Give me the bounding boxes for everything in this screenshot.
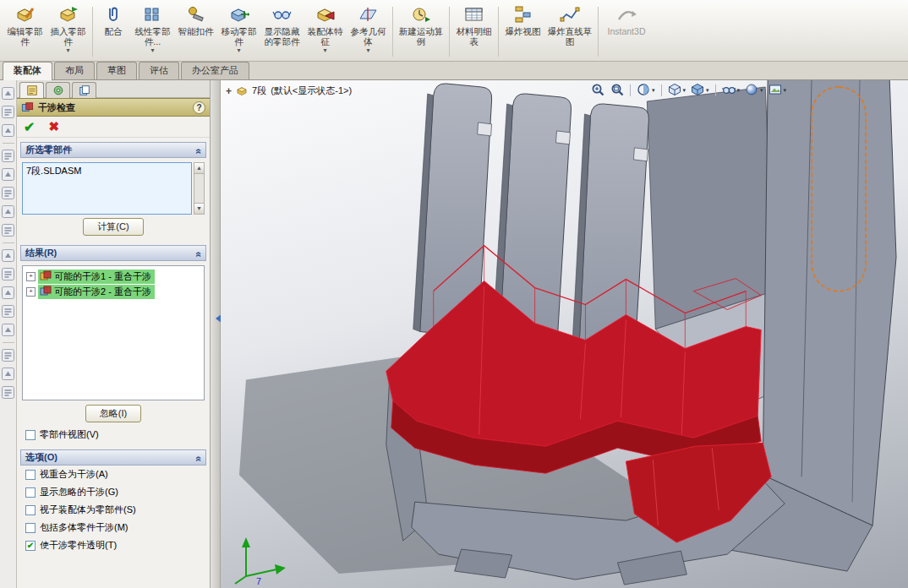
- section-view-button[interactable]: ▾: [636, 82, 656, 98]
- left-toolbar: [0, 80, 17, 588]
- dropdown-arrow-icon: ▾: [737, 87, 741, 94]
- manager-pane-tabs: [17, 80, 210, 98]
- treat-coincidence-as-interference-checkbox[interactable]: 视重合为干涉(A): [20, 466, 206, 483]
- hide-show-items-button[interactable]: ▾: [721, 82, 741, 98]
- selected-component-item[interactable]: 7段.SLDASM: [26, 165, 188, 177]
- left-tool-icon-14[interactable]: [2, 349, 14, 362]
- display-style-button[interactable]: ▾: [690, 82, 710, 98]
- scene-button[interactable]: ▾: [768, 82, 788, 98]
- toolbar-button-insert-components[interactable]: 插入零部件 ▾: [46, 3, 90, 61]
- selected-components-header[interactable]: 所选零部件 «: [20, 142, 206, 158]
- left-tool-icon-12[interactable]: [2, 305, 14, 318]
- left-tool-icon-6[interactable]: [2, 187, 14, 199]
- toolbar-button-linear-component-pattern[interactable]: 线性零部件... ▾: [131, 3, 174, 61]
- left-tool-icon-9[interactable]: [2, 249, 14, 262]
- toolbar-button-label: 移动零部件: [218, 26, 260, 46]
- zoom-fit-button[interactable]: [589, 82, 605, 98]
- toolbar-button-move-component[interactable]: 移动零部件 ▾: [217, 3, 260, 61]
- panel-splitter[interactable]: [211, 80, 221, 588]
- scroll-up-icon[interactable]: ▲: [194, 163, 204, 174]
- toolbar-button-assembly-features[interactable]: 装配体特征 ▾: [304, 3, 347, 61]
- tab-sketch[interactable]: 草图: [96, 62, 137, 79]
- tab-featuremanager-tree[interactable]: [46, 82, 70, 98]
- left-tool-icon-13[interactable]: [2, 324, 14, 336]
- left-tool-icon-8[interactable]: [2, 224, 14, 237]
- toolbar-button-label: 线性零部件...: [132, 26, 173, 46]
- result-row[interactable]: + 可能的干涉2 - 重合干涉: [25, 284, 202, 299]
- result-label: 可能的干涉2 - 重合干涉: [54, 286, 151, 298]
- tab-assembly[interactable]: 装配体: [3, 62, 52, 80]
- section-header-label: 结果(R): [25, 247, 57, 259]
- toolbar-button-instant3d[interactable]: Instant3D: [601, 3, 652, 61]
- propertymanager-actions: ✔ ✖: [17, 117, 210, 138]
- expand-icon[interactable]: +: [26, 272, 36, 281]
- view-orientation-button[interactable]: ▾: [667, 82, 687, 98]
- tab-propertymanager[interactable]: [19, 82, 44, 98]
- toolbar-button-label: 显示隐藏的零部件: [261, 26, 303, 46]
- results-header[interactable]: 结果(R) «: [20, 245, 206, 261]
- selected-components-listbox[interactable]: 7段.SLDASM: [22, 162, 192, 215]
- appearances-button[interactable]: ▾: [744, 82, 764, 98]
- ok-icon[interactable]: ✔: [24, 119, 35, 135]
- hud-separator: [661, 84, 662, 96]
- left-tool-icon-16[interactable]: [2, 386, 14, 399]
- scroll-down-icon[interactable]: ▼: [194, 203, 204, 214]
- toolbar-button-show-hidden-components[interactable]: 显示隐藏的零部件: [260, 3, 304, 61]
- expand-icon[interactable]: +: [26, 287, 36, 297]
- tab-evaluate[interactable]: 评估: [139, 62, 179, 79]
- model-canvas[interactable]: [221, 80, 908, 588]
- smart-fasteners-icon: [186, 4, 206, 24]
- cancel-icon[interactable]: ✖: [48, 119, 59, 134]
- assembly-icon: [236, 85, 248, 96]
- left-tool-icon-2[interactable]: [2, 106, 14, 118]
- left-tool-icon-7[interactable]: [2, 205, 14, 218]
- propertymanager-body: 所选零部件 « 7段.SLDASM ▲ ▼ 计算(C): [17, 138, 210, 588]
- commandmanager-tabbar: 装配体 布局 草图 评估 办公室产品: [0, 62, 908, 80]
- instant3d-icon: [616, 4, 637, 24]
- include-multibody-part-interferences-checkbox[interactable]: 包括多体零件干涉(M): [20, 519, 206, 536]
- propertymanager-title-bar: 干涉检查 ?: [17, 98, 210, 117]
- left-tool-icon-3[interactable]: [2, 124, 14, 137]
- graphics-viewport[interactable]: + 7段 (默认<显示状态-1>) ▾ ▾ ▾ ▾ ▾ ▾: [221, 80, 908, 588]
- toolbar-button-new-motion-study[interactable]: 新建运动算例: [396, 3, 446, 61]
- main-area: 干涉检查 ? ✔ ✖ 所选零部件 « 7段.SLDASM: [0, 80, 908, 588]
- calculate-button[interactable]: 计算(C): [83, 218, 143, 236]
- tree-expand-icon[interactable]: +: [226, 85, 232, 97]
- toolbar-button-label: 新建运动算例: [397, 26, 446, 46]
- toolbar-button-mate[interactable]: 配合: [96, 3, 131, 61]
- options-header[interactable]: 选项(O) «: [20, 449, 206, 466]
- toolbar-button-smart-fasteners[interactable]: 智能扣件: [174, 3, 217, 61]
- zoom-area-button[interactable]: [609, 82, 625, 98]
- toolbar-button-label: 爆炸直线草图: [545, 26, 594, 46]
- toolbar-button-reference-geometry[interactable]: 参考几何体 ▾: [347, 3, 390, 61]
- move-component-icon: [229, 4, 249, 24]
- tab-office-products[interactable]: 办公室产品: [181, 62, 249, 79]
- assembly-node-label[interactable]: 7段: [252, 84, 266, 97]
- toolbar-button-bill-of-materials[interactable]: 材料明细表: [452, 3, 495, 61]
- left-tool-icon-11[interactable]: [2, 286, 14, 299]
- scene-icon: [769, 83, 783, 97]
- left-tool-icon-10[interactable]: [2, 268, 14, 280]
- result-row[interactable]: + 可能的干涉1 - 重合干涉: [25, 269, 202, 284]
- left-tool-icon-5[interactable]: [2, 168, 14, 181]
- help-button[interactable]: ?: [193, 101, 205, 114]
- scrollbar-track[interactable]: [194, 174, 204, 203]
- component-view-checkbox[interactable]: 零部件视图(V): [20, 426, 206, 444]
- treat-subassemblies-as-components-checkbox[interactable]: 视子装配体为零部件(S): [20, 501, 206, 519]
- make-interfering-parts-transparent-checkbox[interactable]: 使干涉零件透明(T): [20, 536, 206, 554]
- dropdown-arrow-icon: ▾: [237, 48, 240, 53]
- tab-configurationmanager[interactable]: [72, 82, 96, 98]
- left-tool-icon-4[interactable]: [2, 150, 14, 162]
- dropdown-arrow-icon: ▾: [683, 87, 686, 94]
- left-tool-icon-15[interactable]: [2, 368, 14, 380]
- dropdown-arrow-icon: ▾: [150, 48, 154, 53]
- results-listbox[interactable]: + 可能的干涉1 - 重合干涉 + 可能的干涉2 - 重合干涉: [22, 265, 205, 400]
- toolbar-button-exploded-view[interactable]: 爆炸视图: [501, 3, 544, 61]
- interference-check-icon: [21, 101, 34, 113]
- left-tool-icon-1[interactable]: [2, 87, 14, 100]
- toolbar-button-edit-component[interactable]: 编辑零部件: [3, 3, 46, 61]
- ignore-button[interactable]: 忽略(I): [85, 405, 141, 422]
- show-ignored-interferences-checkbox[interactable]: 显示忽略的干涉(G): [20, 483, 206, 501]
- toolbar-button-explode-line-sketch[interactable]: 爆炸直线草图: [544, 3, 595, 61]
- tab-layout[interactable]: 布局: [54, 62, 95, 79]
